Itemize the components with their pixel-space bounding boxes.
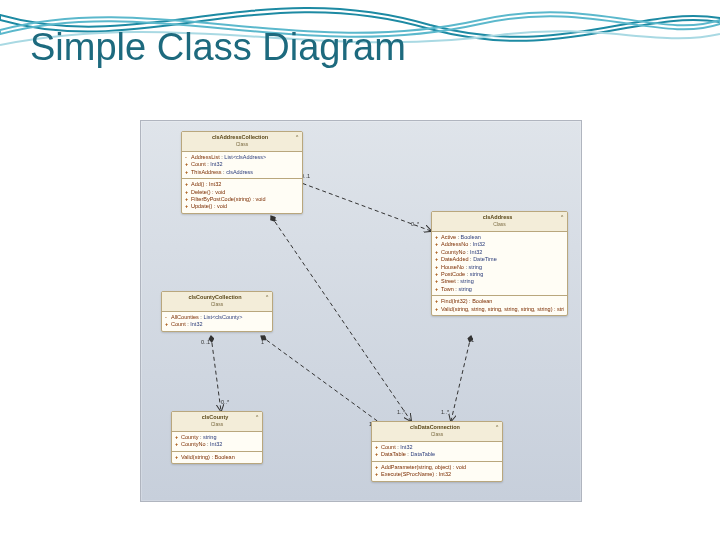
field-name: Count (171, 321, 186, 327)
class-stereotype: Class (211, 301, 224, 307)
method-sig: Find(Int32) : Boolean (441, 298, 492, 304)
fields-section: +County : string +CountyNo : Int32 (172, 432, 262, 452)
field-name: ThisAddress (191, 169, 222, 175)
class-diagram-canvas: 0..1 0..* 0..1 0..* 1 1..* 1 1..* 1 1..*… (140, 120, 582, 502)
fields-section: -AddressList : List<clsAddress> +Count :… (182, 152, 302, 179)
class-header: clsCountyCollection ⌃ Class (162, 292, 272, 312)
mult-label: 1 (261, 339, 264, 345)
field-type: List<clsAddress> (224, 154, 266, 160)
class-name: clsAddress (483, 214, 513, 220)
class-stereotype: Class (211, 421, 224, 427)
field-type: clsAddress (226, 169, 253, 175)
chevron-icon: ⌃ (495, 424, 499, 431)
field-name: Count (381, 444, 396, 450)
field-name: AddressNo (441, 241, 468, 247)
field-name: PostCode (441, 271, 465, 277)
chevron-icon: ⌃ (295, 134, 299, 141)
field-name: Street (441, 278, 456, 284)
field-name: DateAdded (441, 256, 469, 262)
class-name: clsCountyCollection (188, 294, 241, 300)
field-type: DataTable (410, 451, 435, 457)
field-type: string (458, 286, 471, 292)
field-name: AddressList (191, 154, 220, 160)
class-address-collection: clsAddressCollection ⌃ Class -AddressLis… (181, 131, 303, 214)
class-name: clsAddressCollection (212, 134, 268, 140)
methods-section: +AddParameter(string, object) : void +Ex… (372, 462, 502, 481)
method-sig: Delete() : void (191, 189, 225, 195)
chevron-icon: ⌃ (265, 294, 269, 301)
method-sig: AddParameter(string, object) : void (381, 464, 466, 470)
chevron-icon: ⌃ (255, 414, 259, 421)
field-name: Active (441, 234, 456, 240)
method-sig: Execute(SProcName) : Int32 (381, 471, 451, 477)
methods-section: +Add() : Int32 +Delete() : void +FilterB… (182, 179, 302, 213)
field-name: CountyNo (441, 249, 465, 255)
method-sig: Valid(string, string, string, string, st… (441, 306, 564, 312)
class-header: clsAddress ⌃ Class (432, 212, 567, 232)
mult-label: 1..* (441, 409, 449, 415)
field-type: Int32 (190, 321, 202, 327)
field-type: DateTime (473, 256, 497, 262)
field-type: Int32 (470, 249, 482, 255)
field-type: Int32 (473, 241, 485, 247)
mult-label: 1 (471, 337, 474, 343)
slide-title: Simple Class Diagram (30, 26, 406, 69)
methods-section: +Valid(string) : Boolean (172, 452, 262, 463)
field-type: List<clsCounty> (203, 314, 242, 320)
class-header: clsAddressCollection ⌃ Class (182, 132, 302, 152)
chevron-icon: ⌃ (560, 214, 564, 221)
class-county-collection: clsCountyCollection ⌃ Class -AllCounties… (161, 291, 273, 332)
field-type: string (203, 434, 216, 440)
mult-label: 0..* (221, 399, 229, 405)
field-name: Town (441, 286, 454, 292)
class-address: clsAddress ⌃ Class +Active : Boolean +Ad… (431, 211, 568, 316)
field-type: string (460, 278, 473, 284)
field-name: Count (191, 161, 206, 167)
mult-label: 1..* (397, 409, 405, 415)
field-type: Int32 (400, 444, 412, 450)
field-type: Boolean (461, 234, 481, 240)
fields-section: +Count : Int32 +DataTable : DataTable (372, 442, 502, 462)
class-name: clsDataConnection (410, 424, 460, 430)
class-stereotype: Class (431, 431, 444, 437)
method-sig: FilterByPostCode(string) : void (191, 196, 266, 202)
mult-label: 0..* (411, 221, 419, 227)
class-header: clsCounty ⌃ Class (172, 412, 262, 432)
class-header: clsDataConnection ⌃ Class (372, 422, 502, 442)
method-sig: Add() : Int32 (191, 181, 221, 187)
class-data-connection: clsDataConnection ⌃ Class +Count : Int32… (371, 421, 503, 482)
mult-label: 1 (274, 216, 277, 222)
field-type: Int32 (210, 441, 222, 447)
field-name: CountyNo (181, 441, 205, 447)
methods-section: +Find(Int32) : Boolean +Valid(string, st… (432, 296, 567, 315)
class-county: clsCounty ⌃ Class +County : string +Coun… (171, 411, 263, 464)
field-name: County (181, 434, 198, 440)
field-name: HouseNo (441, 264, 464, 270)
field-type: Int32 (210, 161, 222, 167)
class-name: clsCounty (202, 414, 229, 420)
mult-label: 0..1 (201, 339, 210, 345)
method-sig: Update() : void (191, 203, 227, 209)
method-sig: Valid(string) : Boolean (181, 454, 235, 460)
field-name: AllCounties (171, 314, 199, 320)
field-type: string (470, 271, 483, 277)
fields-section: +Active : Boolean +AddressNo : Int32 +Co… (432, 232, 567, 296)
field-type: string (469, 264, 482, 270)
class-stereotype: Class (493, 221, 506, 227)
field-name: DataTable (381, 451, 406, 457)
class-stereotype: Class (236, 141, 249, 147)
fields-section: -AllCounties : List<clsCounty> +Count : … (162, 312, 272, 331)
